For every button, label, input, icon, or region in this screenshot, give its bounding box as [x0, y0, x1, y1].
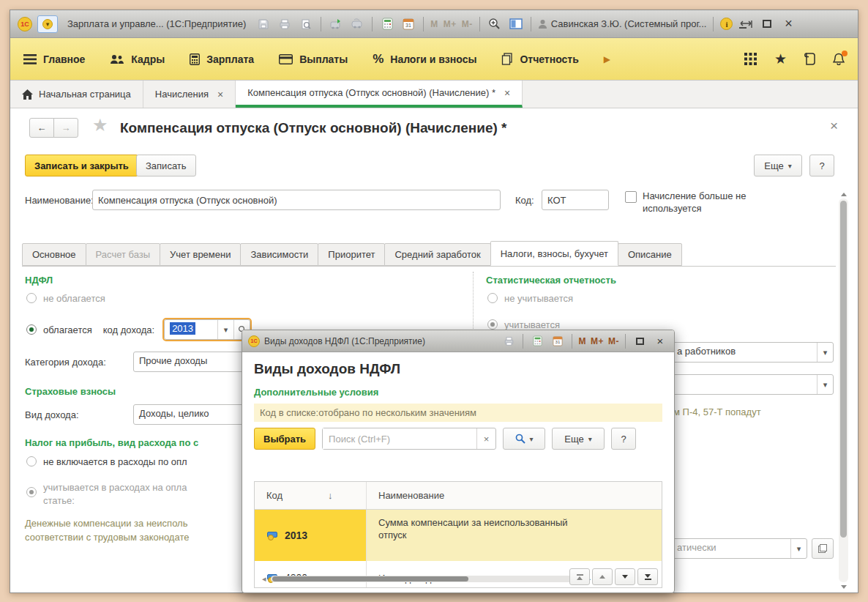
ftab-zavisimosti[interactable]: Зависимости [240, 243, 318, 266]
main-menu-button[interactable]: ▾ [37, 15, 58, 33]
popup-more-button[interactable]: Еще▾ [552, 428, 605, 450]
scroll-left-icon[interactable]: ◂ [262, 574, 266, 584]
calendar-button[interactable]: 31 [400, 16, 416, 32]
close-form-button[interactable]: × [830, 118, 838, 134]
popup-help-button[interactable]: ? [611, 428, 636, 450]
menu-hr[interactable]: Кадры [110, 53, 165, 65]
stats-counted-radio[interactable]: учитывается [487, 319, 560, 330]
more-button[interactable]: Еще▾ [754, 155, 802, 176]
code-input[interactable] [542, 190, 609, 210]
history-icon[interactable] [804, 53, 815, 65]
search-input[interactable] [323, 428, 476, 449]
unused-checkbox[interactable] [625, 191, 637, 203]
profit-not-included-radio[interactable]: не включается в расходы по опл [26, 456, 187, 467]
close-tab-icon[interactable]: × [504, 87, 510, 99]
memory-mplus-button[interactable]: М+ [444, 19, 457, 29]
right-field-workers[interactable]: а работников ▾ [671, 342, 834, 363]
chevron-down-icon[interactable]: ▾ [817, 343, 833, 362]
receive-button[interactable] [349, 16, 365, 32]
right-field-auto[interactable]: атически ▾ [671, 538, 807, 559]
tab-kompensaciya[interactable]: Компенсация отпуска (Отпуск основной) (Н… [236, 81, 523, 108]
go-last-button[interactable] [637, 568, 658, 585]
calculator-button[interactable] [529, 333, 545, 349]
ftab-nalogi[interactable]: Налоги, взносы, бухучет [490, 241, 618, 266]
column-name[interactable]: Наименование [366, 482, 662, 509]
all-functions-icon[interactable] [744, 53, 757, 65]
menu-payments[interactable]: Выплаты [279, 53, 348, 65]
stats-not-counted-radio[interactable]: не учитывается [487, 293, 573, 304]
tab-nachisleniya[interactable]: Начисления × [143, 81, 236, 108]
ftab-sredniy-zarabotok[interactable]: Средний заработок [384, 243, 490, 266]
select-button[interactable]: Выбрать [254, 428, 315, 450]
compensation-note: Денежные компенсации за неиспольсоответс… [25, 516, 189, 544]
notifications-button[interactable] [833, 53, 845, 65]
ftab-osnovnoe[interactable]: Основное [22, 243, 86, 266]
chevron-down-icon[interactable]: ▾ [817, 375, 833, 394]
additional-conditions-link[interactable]: Дополнительные условия [254, 387, 662, 398]
save-button-form[interactable]: Записать [136, 155, 196, 176]
table-row[interactable]: 2013 Сумма компенсации за неиспользованн… [255, 510, 662, 561]
help-button[interactable]: ? [809, 155, 834, 176]
menu-salary[interactable]: Зарплата [190, 53, 254, 65]
save-button[interactable] [255, 16, 272, 32]
menu-main[interactable]: Главное [23, 53, 85, 65]
maximize-button[interactable] [759, 16, 775, 32]
chevron-down-icon[interactable]: ▾ [217, 320, 233, 339]
horizontal-scrollbar[interactable]: ◂ ▸ [262, 574, 591, 584]
send-button[interactable] [328, 16, 344, 32]
print-preview-button[interactable] [298, 16, 314, 32]
memory-m-button[interactable]: М [430, 19, 438, 29]
memory-mminus-button[interactable]: М- [608, 336, 619, 346]
menu-reports[interactable]: Отчетность [501, 53, 578, 65]
hamburger-icon [23, 54, 37, 64]
memory-mplus-button[interactable]: М+ [591, 336, 604, 346]
ftab-uchet-vremeni[interactable]: Учет времени [160, 243, 241, 266]
radio-label: облагается [43, 324, 92, 335]
form-scrollbar[interactable] [839, 190, 848, 591]
print-button[interactable] [277, 16, 293, 32]
income-code-combo[interactable]: 2013 ▾ [164, 319, 250, 340]
current-user-button[interactable]: Савинская З.Ю. (Системный прог... [538, 18, 707, 29]
forward-button[interactable]: → [53, 118, 78, 138]
zoom-button[interactable] [487, 16, 503, 32]
go-prev-button[interactable] [592, 568, 613, 585]
go-first-button[interactable] [569, 568, 590, 585]
calendar-button[interactable]: 31 [550, 333, 566, 349]
income-types-table: Код ↓ Наименование 2013 Сумма компенсаци… [254, 481, 662, 588]
tab-home[interactable]: Начальная страница [10, 81, 143, 108]
dock-button[interactable] [738, 16, 754, 32]
ftab-prioritet[interactable]: Приоритет [318, 243, 385, 266]
close-window-button[interactable]: × [780, 16, 796, 32]
favorites-icon[interactable]: ★ [774, 51, 787, 67]
clear-search-icon[interactable]: × [476, 428, 495, 449]
memory-m-button[interactable]: М [578, 336, 586, 346]
save-close-button[interactable]: Записать и закрыть [25, 155, 138, 176]
maximize-button[interactable] [632, 333, 648, 349]
main-menubar: Главное Кадры Зарплата Выплаты % Налоги … [10, 38, 858, 81]
go-next-button[interactable] [615, 568, 635, 585]
divider [713, 17, 714, 31]
chevron-down-icon[interactable]: ▾ [790, 539, 807, 558]
ndfl-not-taxed-radio[interactable]: не облагается [26, 293, 105, 304]
ndfl-taxed-radio[interactable]: облагается код дохода: 2013 ▾ [26, 319, 250, 340]
close-popup-button[interactable]: × [652, 333, 668, 349]
column-code[interactable]: Код ↓ [255, 490, 366, 501]
print-button[interactable] [501, 333, 517, 349]
calculator-button[interactable] [379, 16, 395, 32]
right-field-empty[interactable]: ▾ [671, 374, 834, 395]
close-tab-icon[interactable]: × [217, 89, 223, 100]
info-button[interactable]: i [720, 18, 733, 30]
radio-label: не облагается [43, 293, 105, 304]
menu-taxes[interactable]: % Налоги и взносы [373, 52, 476, 67]
profit-included-radio[interactable]: учитывается в расходах на опла статье: [26, 481, 187, 508]
search-options-button[interactable]: ▾ [503, 428, 545, 450]
memory-mminus-button[interactable]: М- [462, 19, 473, 29]
split-view-button[interactable] [508, 16, 524, 32]
back-button[interactable]: ← [29, 118, 54, 138]
open-button[interactable] [812, 538, 834, 559]
name-input[interactable] [92, 190, 501, 210]
favorite-star-icon[interactable]: ★ [92, 115, 108, 135]
ftab-opisanie[interactable]: Описание [618, 243, 682, 266]
ftab-raschet-bazy[interactable]: Расчет базы [86, 243, 161, 266]
menu-overflow-button[interactable]: ▶ [604, 54, 610, 64]
